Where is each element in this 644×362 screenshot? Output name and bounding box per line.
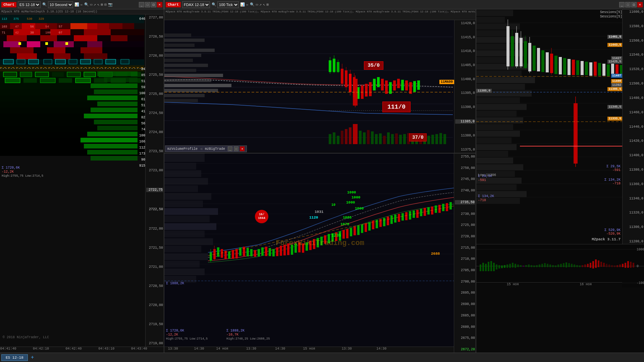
maximize-btn-left[interactable]: ⊡ [151,2,156,7]
svg-rect-259 [317,238,319,247]
svg-rect-437 [598,260,599,267]
chart-type-icon-left[interactable]: 📊 [74,2,80,7]
close-btn-left[interactable]: ✕ [157,2,162,7]
zoom-icon-left[interactable]: 🔍 [84,2,90,7]
svg-rect-428 [574,264,575,267]
rect-icon-right[interactable]: ▭ [255,2,259,7]
timeframe-select-left[interactable]: 10 Second [48,1,73,8]
svg-rect-45 [94,59,102,64]
svg-rect-450 [633,263,634,267]
r-price-11540: 11540,0 [623,53,643,57]
maximize-btn-right[interactable]: ⊡ [631,2,637,7]
svg-rect-413 [533,265,535,267]
grid-icon-left[interactable]: ⊟ [104,2,107,7]
tab-es1218[interactable]: ES 12-18 [1,354,28,361]
svg-rect-429 [576,265,578,267]
svg-rect-332 [476,124,513,130]
minimize-btn-left[interactable]: _ [139,2,144,7]
svg-rect-260 [320,237,323,245]
svg-rect-40 [29,59,39,64]
svg-text:Σ 134,2K: Σ 134,2K [478,194,494,198]
svg-rect-271 [361,225,363,233]
svg-rect-315 [476,10,513,16]
template-icon-left[interactable]: ⊞ [100,2,104,7]
r-price-11380: 11380,0 [623,168,643,172]
cursor-icon-left[interactable]: ↖ [97,2,100,7]
svg-rect-154 [377,77,380,87]
svg-rect-127 [164,64,208,67]
restore-btn-left[interactable]: □ [145,2,150,7]
price-2726: 2726,50 [146,35,163,39]
symbol-select-right[interactable]: FDAX 12-18 [182,1,210,8]
svg-rect-277 [383,218,385,226]
svg-rect-372 [598,63,601,76]
svg-rect-122 [164,39,205,42]
tab-add-btn[interactable]: + [29,355,36,360]
svg-rect-406 [515,264,516,268]
svg-rect-132 [164,89,218,92]
close-btn-right[interactable]: ✕ [637,2,643,7]
pencil-icon-right[interactable]: ✏️ [246,2,249,7]
svg-text:High:2755,75 Low:2714,5: High:2755,75 Low:2714,5 [2,174,43,178]
svg-rect-83 [91,83,138,88]
dialog-restore-btn[interactable]: □ [234,146,238,151]
restore-btn-right[interactable]: □ [625,2,631,7]
bot-price-2745: 2745,00 [455,177,475,181]
svg-rect-174 [349,127,352,144]
cam-icon-left[interactable]: 📷 [107,2,113,7]
pencil-icon-left[interactable]: ✏️ [80,2,84,7]
svg-text:-12,2K: -12,2K [2,170,14,174]
sub-dialog: mzVolumeProfile ◁ mzBigTrade _ □ ✕ [165,145,247,152]
svg-rect-256 [306,242,308,251]
search-icon-right[interactable]: 🔍 [211,2,217,7]
svg-rect-217 [164,200,203,207]
middle-panel: MZpack NT8 mzBigTrade 3.9.11 TRIAL(FDAX … [164,9,476,353]
svg-rect-22 [3,41,20,47]
svg-rect-394 [482,263,484,271]
svg-rect-444 [616,265,618,267]
svg-rect-0 [0,15,144,23]
svg-rect-126 [164,59,193,62]
chart-label-left: Chart [1,2,16,7]
arrow-icon-right[interactable]: ↗ [259,2,262,7]
svg-rect-370 [589,62,592,76]
price-2719: 2719,00 [146,342,163,345]
dialog-close-btn[interactable]: ✕ [240,146,245,151]
cursor-icon-right[interactable]: ↖ [262,2,266,7]
svg-rect-171 [337,136,339,144]
svg-rect-160 [401,80,404,90]
svg-rect-412 [531,265,532,267]
minimize-btn-right[interactable]: _ [619,2,625,7]
rect-icon-left[interactable]: ▭ [90,2,93,7]
svg-text:07: 07 [59,31,62,35]
svg-rect-334 [476,137,512,143]
timeframe-select-right[interactable]: 100 Tick [217,1,239,8]
template-icon-right[interactable]: ⊞ [266,2,270,7]
svg-rect-395 [485,264,487,271]
svg-rect-124 [164,49,215,52]
svg-rect-223 [164,246,201,252]
search-icon-left[interactable]: 🔍 [41,2,48,7]
svg-rect-356 [533,46,536,71]
symbol-select-left[interactable]: ES 12-18 [18,1,41,8]
arrow-icon-left[interactable]: ↗ [93,2,97,7]
svg-rect-163 [413,81,416,92]
svg-rect-195 [435,134,438,144]
svg-rect-246 [269,248,271,256]
svg-rect-276 [379,219,382,227]
svg-rect-20 [111,35,127,41]
svg-rect-18 [40,35,57,41]
svg-rect-284 [409,211,411,220]
svg-rect-236 [232,250,234,259]
svg-rect-242 [254,250,256,257]
svg-rect-159 [397,79,400,88]
sigma-left1: Σ 1720,6K [166,329,184,333]
svg-rect-153 [373,79,376,90]
dialog-min-btn[interactable]: _ [228,146,232,151]
zoom-icon-right[interactable]: 🔍 [249,2,255,7]
svg-rect-186 [399,135,402,144]
svg-rect-283 [405,212,408,220]
svg-rect-172 [341,131,343,144]
chart-type-icon-right[interactable]: 📊 [239,2,246,7]
bot-price-2685: 2685,00 [455,314,475,317]
